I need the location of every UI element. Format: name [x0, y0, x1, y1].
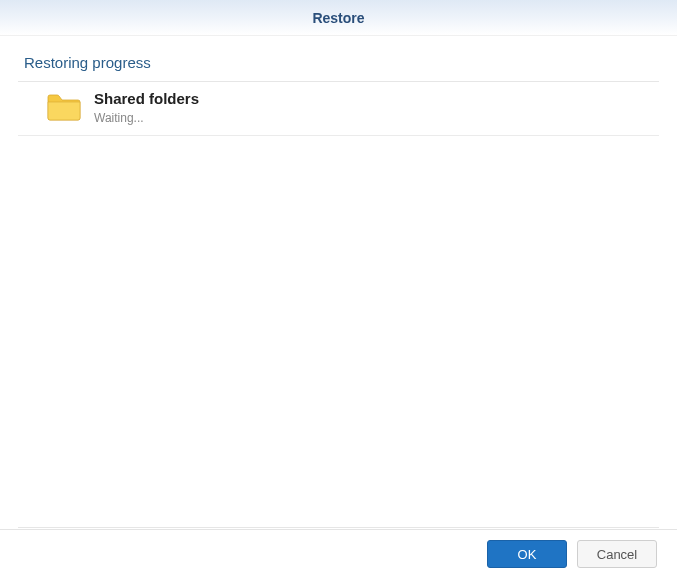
window-title: Restore: [312, 10, 364, 26]
list-item: Shared folders Waiting...: [18, 82, 659, 136]
item-title: Shared folders: [94, 90, 199, 107]
item-status: Waiting...: [94, 111, 199, 125]
window-titlebar: Restore: [0, 0, 677, 36]
cancel-button[interactable]: Cancel: [577, 540, 657, 568]
ok-button[interactable]: OK: [487, 540, 567, 568]
section-heading: Restoring progress: [0, 36, 677, 81]
folder-icon: [46, 92, 82, 122]
footer-divider: [18, 527, 659, 528]
footer: OK Cancel: [0, 529, 677, 574]
item-texts: Shared folders Waiting...: [94, 90, 199, 125]
